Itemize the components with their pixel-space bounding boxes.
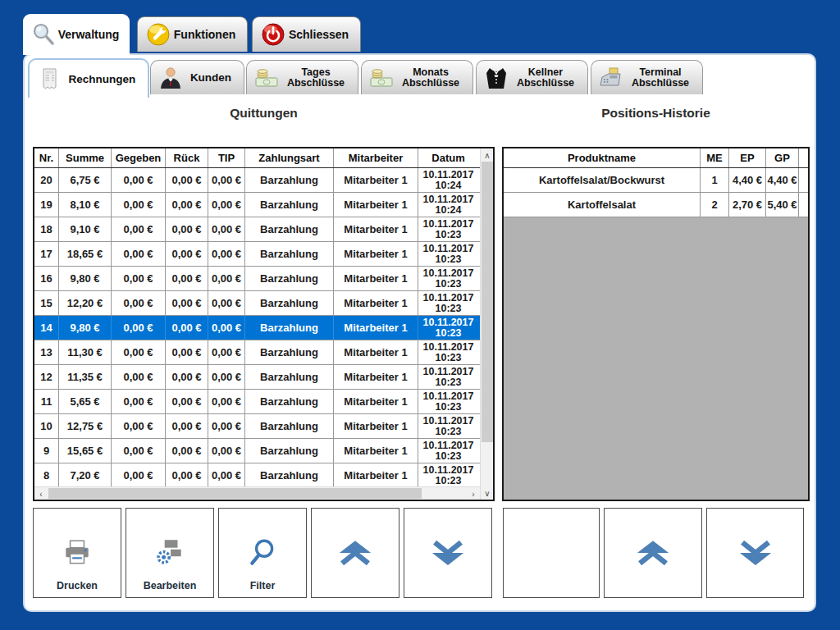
receipt-cell: Barzahlung xyxy=(245,217,334,241)
receipt-cell: 9 xyxy=(34,439,59,463)
receipts-table-header: Nr. Summe Gegeben Rück TIP Zahlungsart M… xyxy=(34,148,493,168)
receipt-cell: Barzahlung xyxy=(245,291,334,315)
receipts-vertical-scrollbar[interactable]: ∧ ∨ xyxy=(480,148,493,500)
receipt-time: 10:23 xyxy=(436,427,462,437)
receipt-cell: 12,20 € xyxy=(59,291,112,315)
scroll-up-icon[interactable]: ∧ xyxy=(481,148,494,162)
receipt-cell: 0,00 € xyxy=(166,439,208,463)
receipt-cell: 9,10 € xyxy=(59,217,112,241)
subtab-kunden[interactable]: Kunden xyxy=(150,60,244,94)
receipt-cell: 8,10 € xyxy=(59,193,112,217)
receipt-cell: 0,00 € xyxy=(166,316,208,340)
position-row[interactable]: Kartoffelsalat/Bockwurst14,40 €4,40 € xyxy=(504,168,808,193)
receipt-date-cell: 10.11.201710:24 xyxy=(418,193,478,217)
scroll-page-up-left-button[interactable] xyxy=(311,508,399,598)
receipt-cell: 0,00 € xyxy=(112,463,166,487)
receipt-row[interactable]: 1718,65 €0,00 €0,00 €0,00 €BarzahlungMit… xyxy=(34,242,493,267)
receipt-time: 10:23 xyxy=(436,402,462,413)
vertical-scroll-thumb[interactable] xyxy=(482,162,493,442)
col-tip: TIP xyxy=(208,148,245,167)
receipt-date-cell: 10.11.201710:23 xyxy=(418,316,478,340)
col-me: ME xyxy=(701,148,729,167)
receipt-cell: 15 xyxy=(34,291,59,315)
receipt-row[interactable]: 149,80 €0,00 €0,00 €0,00 €BarzahlungMita… xyxy=(34,316,493,340)
receipt-date-cell: 10.11.201710:23 xyxy=(418,414,478,438)
receipt-row[interactable]: 1512,20 €0,00 €0,00 €0,00 €BarzahlungMit… xyxy=(34,291,493,316)
receipt-row[interactable]: 1012,75 €0,00 €0,00 €0,00 €BarzahlungMit… xyxy=(34,414,493,439)
subtab-kellner-abschluesse[interactable]: Kellner Abschlüsse xyxy=(476,60,588,94)
receipt-row[interactable]: 115,65 €0,00 €0,00 €0,00 €BarzahlungMita… xyxy=(34,390,493,414)
scroll-left-icon[interactable]: ‹ xyxy=(34,487,48,500)
receipt-cell: Barzahlung xyxy=(245,390,334,413)
receipt-cell: 0,00 € xyxy=(208,168,245,192)
receipt-date: 10.11.2017 xyxy=(423,268,474,279)
positions-rows: Kartoffelsalat/Bockwurst14,40 €4,40 €Kar… xyxy=(504,168,808,217)
receipt-cell: Mitarbeiter 1 xyxy=(334,316,418,340)
scroll-right-icon[interactable]: › xyxy=(467,487,480,500)
receipt-cell: 0,00 € xyxy=(166,340,208,364)
col-produktname: Produktname xyxy=(504,148,701,167)
receipt-cell: Mitarbeiter 1 xyxy=(334,168,418,192)
receipt-cell: Barzahlung xyxy=(245,414,334,438)
receipt-date: 10.11.2017 xyxy=(423,244,474,254)
receipt-cell: 0,00 € xyxy=(208,414,245,438)
receipt-row[interactable]: 87,20 €0,00 €0,00 €0,00 €BarzahlungMitar… xyxy=(34,463,493,488)
scroll-page-down-right-button[interactable] xyxy=(706,508,804,598)
bearbeiten-button[interactable]: Bearbeiten xyxy=(126,508,214,598)
tab-schliessen[interactable]: Schliessen xyxy=(252,16,361,52)
filter-button[interactable]: Filter xyxy=(218,508,307,598)
receipt-cell: Mitarbeiter 1 xyxy=(334,340,418,364)
receipt-cell: 11 xyxy=(34,390,59,413)
receipts-horizontal-scrollbar[interactable]: ‹ › xyxy=(34,486,480,500)
receipt-row[interactable]: 1211,35 €0,00 €0,00 €0,00 €BarzahlungMit… xyxy=(34,365,493,390)
receipt-date-cell: 10.11.201710:24 xyxy=(418,168,478,192)
receipt-cell: 0,00 € xyxy=(166,242,208,266)
receipt-cell: 9,80 € xyxy=(59,267,112,290)
col-ep: EP xyxy=(729,148,766,167)
subtab-label-line: Kunden xyxy=(190,71,231,84)
receipt-cell: 5,65 € xyxy=(59,390,112,413)
position-row[interactable]: Kartoffelsalat22,70 €5,40 € xyxy=(504,193,808,217)
receipt-date: 10.11.2017 xyxy=(423,293,474,304)
receipt-cell: 0,00 € xyxy=(112,340,166,364)
scroll-page-down-left-button[interactable] xyxy=(404,508,492,598)
receipt-cell: 0,00 € xyxy=(112,242,166,266)
tab-funktionen[interactable]: Funktionen xyxy=(137,16,248,52)
receipt-cell: Mitarbeiter 1 xyxy=(334,193,418,217)
drucken-button[interactable]: Drucken xyxy=(33,508,121,598)
receipt-time: 10:23 xyxy=(436,377,462,388)
receipt-row[interactable]: 169,80 €0,00 €0,00 €0,00 €BarzahlungMita… xyxy=(34,267,493,291)
horizontal-scroll-thumb[interactable] xyxy=(48,488,422,499)
receipt-cell: Barzahlung xyxy=(245,439,334,463)
filter-icon xyxy=(247,537,278,568)
col-zahlungsart: Zahlungsart xyxy=(245,148,334,167)
blank-button[interactable] xyxy=(503,508,600,598)
receipt-date-cell: 10.11.201710:23 xyxy=(418,267,478,290)
receipt-cell: 0,00 € xyxy=(208,463,245,487)
drucken-label: Drucken xyxy=(34,580,121,591)
receipt-date-cell: 10.11.201710:23 xyxy=(418,291,478,315)
scroll-down-icon[interactable]: ∨ xyxy=(481,486,494,500)
receipts-title: Quittungen xyxy=(33,106,495,121)
receipt-cell: Barzahlung xyxy=(245,463,334,487)
col-scroll-strip xyxy=(799,148,808,167)
receipt-row[interactable]: 206,75 €0,00 €0,00 €0,00 €BarzahlungMita… xyxy=(34,168,493,193)
subtab-monats-abschluesse[interactable]: Monats Abschlüsse xyxy=(361,60,473,94)
subtab-tages-abschluesse[interactable]: Tages Abschlüsse xyxy=(246,60,358,94)
receipt-row[interactable]: 1311,30 €0,00 €0,00 €0,00 €BarzahlungMit… xyxy=(34,340,493,365)
receipt-cell: Barzahlung xyxy=(245,340,334,364)
receipt-cell: 13 xyxy=(34,340,59,364)
scroll-page-up-right-button[interactable] xyxy=(604,508,702,598)
receipt-row[interactable]: 915,65 €0,00 €0,00 €0,00 €BarzahlungMita… xyxy=(34,439,493,463)
chevron-down-icon xyxy=(737,539,774,567)
tab-verwaltung[interactable]: Verwaltung xyxy=(23,14,130,55)
receipt-row[interactable]: 189,10 €0,00 €0,00 €0,00 €BarzahlungMita… xyxy=(34,217,493,242)
receipt-cell: 0,00 € xyxy=(112,414,166,438)
subtab-rechnungen[interactable]: Rechnungen xyxy=(28,58,149,98)
receipt-cell: Mitarbeiter 1 xyxy=(334,267,418,290)
receipt-cell: Barzahlung xyxy=(245,193,334,217)
receipt-date: 10.11.2017 xyxy=(423,391,474,402)
receipt-time: 10:23 xyxy=(436,353,462,363)
subtab-terminal-abschluesse[interactable]: Terminal Abschlüsse xyxy=(591,60,703,94)
receipt-row[interactable]: 198,10 €0,00 €0,00 €0,00 €BarzahlungMita… xyxy=(34,193,493,217)
